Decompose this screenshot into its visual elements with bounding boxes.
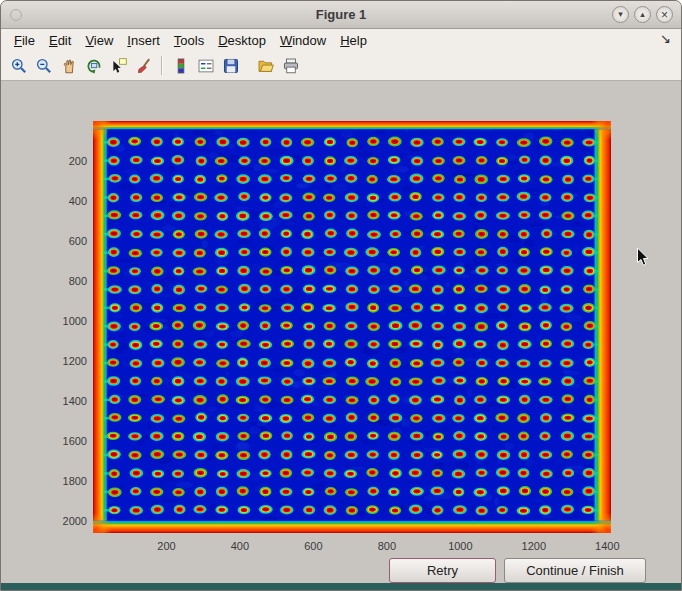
y-tick-label: 400 [45,195,87,207]
x-tick-label: 600 [295,540,331,552]
menu-edit[interactable]: Edit [42,31,78,50]
zoom-out-icon [35,57,53,75]
shade-button[interactable]: ▾ [612,6,629,23]
y-tick-label: 1000 [45,315,87,327]
hand-pan-icon [60,57,78,75]
x-tick-label: 200 [148,540,184,552]
colorbar-button[interactable] [169,54,192,77]
x-tick-label: 1200 [516,540,552,552]
legend-icon [197,57,215,75]
titlebar[interactable]: Figure 1 ▾ ▴ × [1,1,681,29]
retry-button[interactable]: Retry [389,558,496,583]
rotate-3d-button[interactable] [82,54,105,77]
y-tick-label: 200 [45,155,87,167]
y-tick-label: 1800 [45,475,87,487]
brush-button[interactable] [132,54,155,77]
x-tick-label: 800 [369,540,405,552]
menu-file[interactable]: File [7,31,42,50]
save-icon [222,57,240,75]
menu-help[interactable]: Help [333,31,374,50]
menu-desktop[interactable]: Desktop [211,31,273,50]
y-tick-label: 1600 [45,435,87,447]
print-icon [282,57,300,75]
y-tick-label: 2000 [45,515,87,527]
y-tick-label: 1200 [45,355,87,367]
open-file-button[interactable] [254,54,277,77]
dock-figure-icon[interactable]: ↘ [660,31,671,46]
save-button[interactable] [219,54,242,77]
zoom-in-button[interactable] [7,54,30,77]
figure-image[interactable] [93,121,611,533]
toolbar-separator [161,56,163,75]
window-controls: ▾ ▴ × [612,6,681,23]
menubar: FileEditViewInsertToolsDesktopWindowHelp… [1,29,681,51]
chevron-down-icon: ▾ [618,10,623,19]
rotate-3d-icon [85,57,103,75]
figure-toolbar [1,51,681,81]
continue-finish-button[interactable]: Continue / Finish [504,558,646,583]
insert-legend-button[interactable] [194,54,217,77]
print-button[interactable] [279,54,302,77]
window-bottom-border [1,583,681,590]
close-button[interactable]: × [656,6,673,23]
window-title: Figure 1 [1,7,681,22]
figure-window: Figure 1 ▾ ▴ × FileEditViewInsertToolsDe… [0,0,682,591]
x-tick-label: 1000 [442,540,478,552]
y-tick-label: 1400 [45,395,87,407]
menu-window[interactable]: Window [273,31,333,50]
brush-icon [135,57,153,75]
open-folder-icon [257,57,275,75]
window-menu-icon[interactable] [10,9,22,21]
mouse-cursor-icon [636,247,649,267]
pan-button[interactable] [57,54,80,77]
chevron-up-icon: ▴ [640,10,645,19]
data-cursor-button[interactable] [107,54,130,77]
zoom-out-button[interactable] [32,54,55,77]
close-icon: × [661,9,668,21]
data-cursor-icon [110,57,128,75]
menu-insert[interactable]: Insert [120,31,167,50]
figure-content: 2004006008001000120014001600180020002004… [1,81,681,590]
maximize-button[interactable]: ▴ [634,6,651,23]
menu-tools[interactable]: Tools [167,31,211,50]
menu-view[interactable]: View [78,31,120,50]
y-tick-label: 600 [45,235,87,247]
zoom-in-icon [10,57,28,75]
y-tick-label: 800 [45,275,87,287]
colorbar-icon [172,57,190,75]
x-tick-label: 1400 [589,540,625,552]
menubar-items: FileEditViewInsertToolsDesktopWindowHelp [7,31,374,50]
x-tick-label: 400 [222,540,258,552]
